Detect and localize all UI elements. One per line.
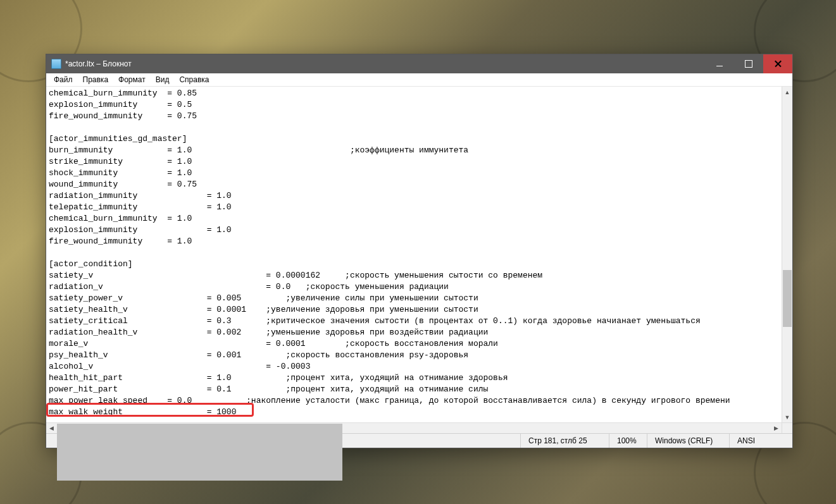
- menu-view[interactable]: Вид: [151, 74, 175, 85]
- scroll-track-vertical[interactable]: [782, 97, 792, 412]
- status-position: Стр 181, стлб 25: [520, 434, 609, 448]
- close-button[interactable]: [763, 54, 792, 73]
- vertical-scrollbar[interactable]: ▲ ▼: [782, 87, 792, 422]
- window-controls: [705, 54, 792, 73]
- editor-area: chemical_burn_immunity = 0.85 explosion_…: [46, 87, 792, 422]
- menu-file[interactable]: Файл: [49, 74, 78, 85]
- minimize-button[interactable]: [705, 54, 734, 73]
- text-editor[interactable]: chemical_burn_immunity = 0.85 explosion_…: [46, 87, 782, 422]
- menubar: Файл Правка Формат Вид Справка: [46, 73, 792, 87]
- scroll-corner: [782, 422, 792, 433]
- bottom-area: ◀ ▶ Стр 181, стлб 25 100% Windows (CRLF)…: [46, 422, 792, 448]
- scroll-thumb-vertical[interactable]: [783, 270, 792, 327]
- scroll-thumb-horizontal[interactable]: [57, 424, 342, 481]
- status-line-ending: Windows (CRLF): [647, 434, 729, 448]
- status-zoom: 100%: [609, 434, 647, 448]
- menu-edit[interactable]: Правка: [78, 74, 114, 85]
- app-icon: [51, 59, 61, 69]
- scroll-down-icon[interactable]: ▼: [782, 412, 792, 422]
- scroll-right-icon[interactable]: ▶: [771, 423, 782, 433]
- window-title: *actor.ltx – Блокнот: [65, 59, 705, 68]
- status-encoding: ANSI: [729, 434, 792, 448]
- scroll-left-icon[interactable]: ◀: [46, 423, 57, 433]
- menu-help[interactable]: Справка: [174, 74, 214, 85]
- horizontal-scrollbar[interactable]: ◀ ▶: [46, 422, 782, 433]
- menu-format[interactable]: Формат: [113, 74, 151, 85]
- maximize-button[interactable]: [734, 54, 763, 73]
- notepad-window: *actor.ltx – Блокнот Файл Правка Формат …: [46, 54, 793, 448]
- titlebar[interactable]: *actor.ltx – Блокнот: [46, 54, 792, 73]
- scroll-track-horizontal[interactable]: [57, 423, 771, 433]
- scroll-up-icon[interactable]: ▲: [782, 87, 792, 97]
